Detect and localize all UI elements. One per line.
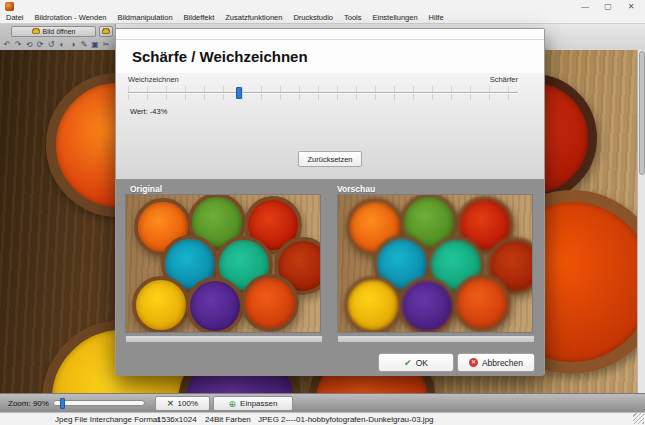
flip-horizontal-icon[interactable]: ◐ (57, 39, 67, 50)
slider-value-label: Wert: -43% (130, 107, 167, 116)
spice-bowl (186, 277, 244, 333)
maximize-button[interactable]: ▢ (602, 1, 614, 12)
actual-size-label: 100% (178, 399, 198, 408)
spice-bowl (241, 274, 299, 332)
actual-size-icon: ✕ (167, 399, 174, 408)
flip-vertical-icon[interactable]: ◑ (68, 39, 78, 50)
rotate-180-icon[interactable]: ↺ (46, 39, 56, 50)
menu-item[interactable]: Bildrotation - Wenden (35, 13, 107, 22)
spice-bowl (132, 276, 190, 333)
sharpen-slider[interactable] (128, 86, 518, 100)
cancel-button[interactable]: ✕ Abbrechen (457, 353, 535, 372)
status-bar: Jpeg File Interchange Format 1536x1024 2… (0, 412, 645, 425)
dialog-header: Schärfe / Weichzeichnen (116, 29, 544, 73)
result-preview-image (338, 195, 532, 332)
original-preview[interactable] (125, 194, 321, 333)
fit-icon: ⊕ (229, 399, 237, 409)
color-picker-icon[interactable]: ✎ (79, 39, 89, 50)
resize-grip[interactable] (633, 413, 644, 424)
menu-item[interactable]: Druckstudio (293, 13, 333, 22)
zoom-slider-handle[interactable] (60, 398, 65, 409)
zoom-level-label: Zoom: 90% (8, 399, 49, 408)
app-icon (5, 2, 14, 11)
slider-track[interactable] (128, 92, 518, 94)
open-image-label: Bild öffnen (43, 28, 76, 35)
original-preview-scrollbar[interactable] (125, 335, 323, 343)
check-icon: ✔ (404, 358, 412, 368)
status-dimensions: 1536x1024 (157, 415, 197, 424)
fit-to-window-button[interactable]: ⊕ Einpassen (213, 396, 293, 411)
zoom-slider[interactable] (53, 400, 145, 406)
preview-label: Vorschau (337, 184, 375, 194)
menu-item[interactable]: Zusatzfunktionen (225, 13, 282, 22)
menu-item[interactable]: Tools (344, 13, 362, 22)
result-preview-scrollbar[interactable] (337, 335, 535, 343)
cancel-label: Abbrechen (482, 358, 523, 368)
zoom-toolbar: Zoom: 90% ✕ 100% ⊕ Einpassen (0, 393, 645, 412)
crop-icon[interactable]: ▣ (90, 39, 100, 50)
status-color-depth: 24Bit Farben (205, 415, 251, 424)
folder-icon (32, 29, 40, 34)
folder-icon (102, 29, 110, 34)
menu-item[interactable]: Hilfe (429, 13, 444, 22)
menu-item[interactable]: Bildmanipulation (118, 13, 173, 22)
rotate-right-icon[interactable]: ↷ (13, 39, 23, 50)
preview-section: Original Vorschau ✔ OK ✕ Abbrechen (116, 179, 544, 376)
spice-bowl (398, 277, 456, 333)
vertical-scrollbar-thumb[interactable] (639, 51, 645, 175)
status-format: Jpeg File Interchange Format (55, 415, 160, 424)
menu-item[interactable]: Einstellungen (373, 13, 418, 22)
dialog-top-strip (116, 29, 544, 40)
scissors-icon[interactable]: ✂ (101, 39, 111, 50)
rotate-90-cw-icon[interactable]: ⟳ (35, 39, 45, 50)
open-recent-button[interactable] (99, 26, 113, 37)
rotate-left-icon[interactable]: ↶ (2, 39, 12, 50)
vertical-scrollbar[interactable] (637, 50, 645, 393)
close-button[interactable]: ✕ (625, 1, 637, 12)
menu-bar: DateiBildrotation - WendenBildmanipulati… (0, 12, 645, 23)
title-bar: — ▢ ✕ (0, 0, 645, 12)
menu-item[interactable]: Bildeffekt (184, 13, 215, 22)
ok-label: OK (416, 358, 428, 368)
spice-bowl (453, 274, 511, 332)
original-label: Original (130, 184, 162, 194)
reset-button[interactable]: Zurücksetzen (298, 151, 362, 167)
result-preview[interactable] (337, 194, 533, 333)
dialog-body: Weichzeichnen Schärfer Wert: -43% Zurück… (116, 73, 544, 179)
menu-item[interactable]: Datei (6, 13, 24, 22)
fit-label: Einpassen (240, 399, 277, 408)
dialog-title: Schärfe / Weichzeichnen (132, 48, 308, 65)
open-image-button[interactable]: Bild öffnen (11, 26, 96, 37)
actual-size-button[interactable]: ✕ 100% (155, 396, 210, 411)
sharpen-slider-handle[interactable] (236, 87, 242, 99)
sharpen-dialog: Schärfe / Weichzeichnen Weichzeichnen Sc… (115, 28, 545, 375)
original-preview-image (126, 195, 320, 332)
spice-bowl (344, 276, 402, 333)
minimize-button[interactable]: — (579, 1, 591, 12)
slider-left-label: Weichzeichnen (128, 75, 179, 84)
ok-button[interactable]: ✔ OK (378, 353, 454, 372)
toolbar-cluster: Bild öffnen ↶↷⟲⟳↺◐◑✎▣✂ (0, 24, 116, 52)
status-filename: 2----01-hobbyfotografen-Dunkelgrau-03.jp… (281, 415, 434, 424)
slider-right-label: Schärfer (490, 75, 518, 84)
cancel-icon: ✕ (469, 358, 478, 367)
status-file-type: JPEG (258, 415, 279, 424)
rotate-90-ccw-icon[interactable]: ⟲ (24, 39, 34, 50)
